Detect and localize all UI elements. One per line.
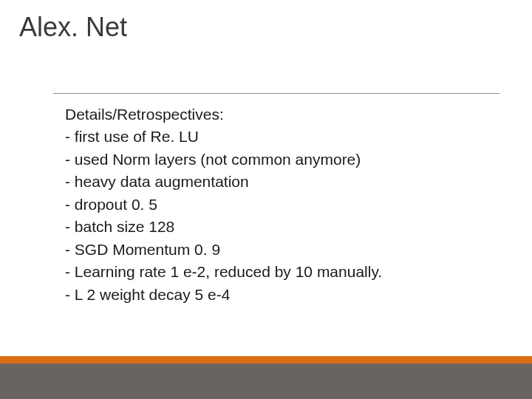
- body-content: Details/Retrospectives: - first use of R…: [65, 103, 382, 306]
- content-heading: Details/Retrospectives:: [65, 103, 382, 126]
- footer-accent-bar: [0, 356, 532, 364]
- bullet-item: - used Norm layers (not common anymore): [65, 149, 382, 171]
- bullet-item: - Learning rate 1 e-2, reduced by 10 man…: [65, 261, 382, 283]
- slide-title: Alex. Net: [0, 0, 532, 43]
- divider: [53, 93, 499, 94]
- bullet-item: - L 2 weight decay 5 e-4: [65, 284, 382, 306]
- footer-bar: [0, 364, 532, 399]
- bullet-item: - first use of Re. LU: [65, 126, 382, 148]
- bullet-item: - heavy data augmentation: [65, 171, 382, 193]
- bullet-item: - SGD Momentum 0. 9: [65, 239, 382, 261]
- bullet-item: - dropout 0. 5: [65, 194, 382, 216]
- bullet-item: - batch size 128: [65, 216, 382, 238]
- slide: Alex. Net Details/Retrospectives: - firs…: [0, 0, 532, 399]
